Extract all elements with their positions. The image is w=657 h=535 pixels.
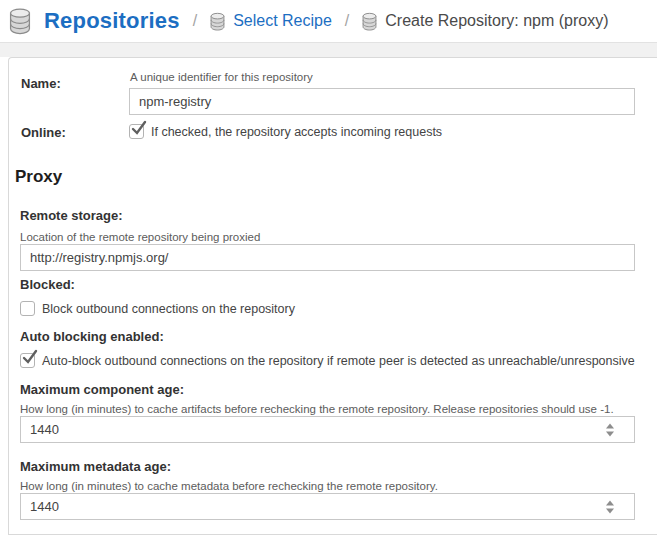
number-spinner[interactable] bbox=[606, 423, 614, 436]
create-repository-form-panel: Name: A unique identifier for this repos… bbox=[8, 57, 657, 535]
proxy-fieldset: Remote storage: Location of the remote r… bbox=[9, 208, 657, 520]
spinner-down-icon[interactable] bbox=[606, 431, 614, 436]
blocked-checkbox-caption: Block outbound connections on the reposi… bbox=[42, 302, 295, 316]
max-component-age-label: Maximum component age: bbox=[20, 382, 635, 397]
checkmark-icon bbox=[131, 120, 147, 137]
database-icon bbox=[9, 6, 31, 36]
max-metadata-age-label: Maximum metadata age: bbox=[20, 459, 635, 474]
blocked-group: Blocked: Block outbound connections on t… bbox=[20, 277, 635, 316]
breadcrumb-separator: / bbox=[345, 12, 349, 30]
max-metadata-age-input[interactable] bbox=[20, 493, 635, 520]
number-spinner[interactable] bbox=[606, 500, 614, 513]
auto-blocking-group: Auto blocking enabled: Auto-block outbou… bbox=[20, 329, 635, 368]
online-checkbox-caption: If checked, the repository accepts incom… bbox=[151, 125, 442, 139]
auto-blocking-checkbox-caption: Auto-block outbound connections on the r… bbox=[42, 354, 635, 368]
online-checkbox[interactable] bbox=[129, 124, 144, 139]
breadcrumb-select-recipe-link[interactable]: Select Recipe bbox=[233, 12, 332, 30]
remote-storage-help-text: Location of the remote repository being … bbox=[20, 231, 635, 244]
auto-blocking-checkbox[interactable] bbox=[20, 353, 35, 368]
max-metadata-age-group: Maximum metadata age: How long (in minut… bbox=[20, 459, 635, 520]
breadcrumb-current-page: Create Repository: npm (proxy) bbox=[385, 12, 608, 30]
page-background-band bbox=[0, 43, 657, 57]
checkmark-icon bbox=[22, 349, 38, 366]
auto-blocking-label: Auto blocking enabled: bbox=[20, 329, 635, 344]
remote-storage-label: Remote storage: bbox=[20, 208, 635, 223]
general-fieldset: Name: A unique identifier for this repos… bbox=[9, 58, 657, 140]
database-icon bbox=[210, 12, 225, 31]
online-label: Online: bbox=[21, 124, 129, 140]
spinner-up-icon[interactable] bbox=[606, 500, 614, 505]
max-component-age-input[interactable] bbox=[20, 416, 635, 443]
proxy-section-title: Proxy bbox=[15, 167, 657, 186]
max-component-age-group: Maximum component age: How long (in minu… bbox=[20, 382, 635, 443]
name-field-row: Name: A unique identifier for this repos… bbox=[21, 71, 635, 115]
max-component-age-help-text: How long (in minutes) to cache artifacts… bbox=[20, 403, 635, 416]
breadcrumb-separator: / bbox=[193, 12, 197, 30]
database-icon bbox=[362, 12, 377, 31]
blocked-checkbox[interactable] bbox=[20, 301, 35, 316]
spinner-down-icon[interactable] bbox=[606, 508, 614, 513]
breadcrumb-root[interactable]: Repositories bbox=[44, 8, 180, 34]
max-metadata-age-help-text: How long (in minutes) to cache metadata … bbox=[20, 480, 635, 493]
blocked-label: Blocked: bbox=[20, 277, 635, 292]
spinner-up-icon[interactable] bbox=[606, 423, 614, 428]
name-help-text: A unique identifier for this repository bbox=[130, 71, 635, 84]
remote-storage-input[interactable] bbox=[20, 244, 635, 271]
name-label: Name: bbox=[21, 71, 129, 115]
breadcrumb: Repositories / Select Recipe / Create Re… bbox=[0, 0, 657, 43]
remote-storage-group: Remote storage: Location of the remote r… bbox=[20, 208, 635, 271]
name-input[interactable] bbox=[129, 88, 635, 115]
online-field-row: Online: If checked, the repository accep… bbox=[21, 124, 635, 140]
